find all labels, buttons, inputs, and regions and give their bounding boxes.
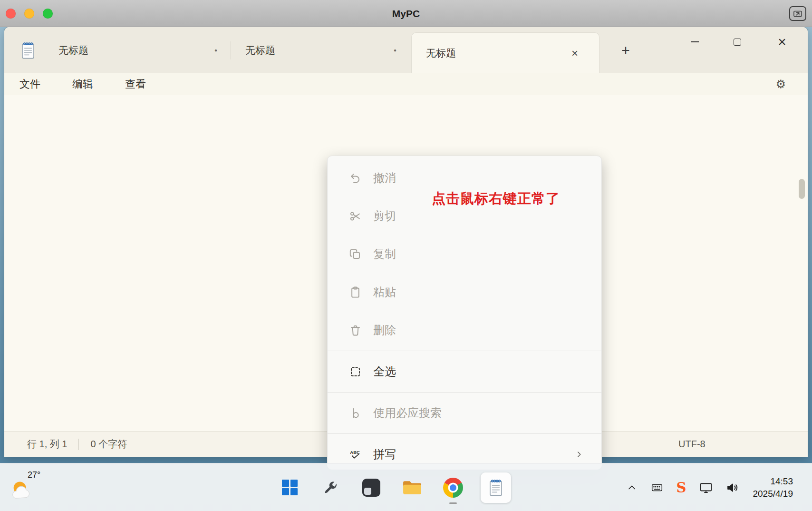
weather-widget[interactable]: 27° (8, 467, 48, 508)
status-divider (78, 439, 79, 450)
copy-icon (348, 247, 362, 261)
annotation-text: 点击鼠标右键正常了 (432, 189, 560, 208)
chevron-right-icon (574, 449, 584, 460)
context-menu-item-paste[interactable]: 粘贴 (328, 273, 601, 311)
volume-icon[interactable] (726, 481, 739, 494)
maximize-icon (734, 39, 741, 46)
sun-cloud-icon (10, 480, 34, 502)
encoding-label[interactable]: UTF-8 (678, 439, 706, 450)
cut-icon (348, 209, 362, 223)
tab-untitled-3-active[interactable]: 无标题 × (412, 33, 599, 73)
menu-view[interactable]: 查看 (114, 75, 157, 93)
temperature-label: 27° (28, 470, 40, 480)
display-icon[interactable] (699, 481, 713, 494)
wrench-icon (322, 480, 338, 496)
context-menu-item-select-all[interactable]: 全选 (328, 353, 601, 391)
tab-label: 无标题 (426, 47, 456, 60)
minimize-button[interactable] (684, 31, 706, 53)
cursor-position: 行 1, 列 1 (27, 438, 67, 451)
unsaved-dot-icon[interactable]: ● (394, 48, 396, 53)
running-indicator (449, 502, 457, 504)
taskbar-center-icons (276, 463, 511, 511)
tab-label: 无标题 (245, 44, 275, 57)
tool-app-button[interactable] (317, 474, 344, 501)
hidden-icons-chevron[interactable] (626, 482, 638, 493)
start-button[interactable] (276, 474, 303, 501)
maximize-button[interactable] (726, 31, 748, 53)
menu-bar: 文件 编辑 查看 (4, 73, 808, 95)
tab-close-icon[interactable]: × (571, 33, 578, 73)
system-tray: S 14:53 2025/4/19 (626, 463, 793, 511)
select-all-icon (348, 365, 362, 378)
menu-file[interactable]: 文件 (8, 75, 52, 93)
chrome-icon (443, 478, 463, 498)
sogou-input-icon[interactable]: S (677, 480, 686, 496)
context-menu-divider (328, 433, 601, 434)
tab-label: 无标题 (58, 44, 88, 57)
minimize-icon (691, 41, 699, 42)
character-count: 0 个字符 (90, 438, 127, 451)
bing-icon (348, 406, 362, 420)
unsaved-dot-icon[interactable]: ● (214, 48, 217, 53)
delete-icon (348, 324, 362, 337)
chrome-button[interactable] (440, 474, 466, 501)
context-menu-divider (328, 351, 601, 351)
notepad-taskbar-button[interactable] (481, 472, 511, 503)
clock-widget[interactable]: 14:53 2025/4/19 (753, 475, 793, 500)
tab-untitled-1[interactable]: 无标题 ● (44, 27, 231, 73)
notepad-icon (488, 478, 503, 497)
context-menu-item-search-with-bing[interactable]: 使用必应搜索 (328, 394, 601, 432)
macos-titlebar: MyPC (0, 0, 812, 27)
settings-button[interactable]: ⚙ (775, 73, 786, 95)
window-title: MyPC (0, 0, 812, 27)
menu-edit[interactable]: 编辑 (61, 75, 105, 93)
close-button[interactable]: × (771, 31, 793, 53)
paste-icon (348, 285, 362, 299)
scrollbar-thumb[interactable] (799, 179, 805, 199)
context-menu-divider (328, 392, 601, 393)
screen: MyPC 无标题 ● (0, 0, 812, 511)
input-method-icon[interactable] (651, 482, 663, 494)
clock-time: 14:53 (753, 475, 793, 488)
context-menu-item-copy[interactable]: 复制 (328, 235, 601, 273)
new-tab-button[interactable]: + (615, 39, 637, 61)
clock-date: 2025/4/19 (753, 488, 793, 500)
folder-icon (402, 480, 422, 496)
windows-logo-icon (282, 480, 298, 495)
file-explorer-button[interactable] (399, 474, 425, 501)
dark-app-button[interactable] (358, 474, 385, 501)
spellcheck-icon: ABC (348, 448, 362, 461)
dark-window-icon (362, 479, 380, 497)
screen-capture-icon[interactable] (789, 6, 806, 21)
taskbar: 27° (0, 463, 812, 511)
context-menu-item-delete[interactable]: 删除 (328, 311, 601, 349)
tab-untitled-2[interactable]: 无标题 ● (231, 27, 412, 73)
undo-icon (348, 171, 362, 185)
notepad-app-icon (20, 41, 36, 60)
tab-bar: 无标题 ● 无标题 ● 无标题 × + × (4, 27, 808, 73)
gear-icon: ⚙ (775, 78, 786, 91)
